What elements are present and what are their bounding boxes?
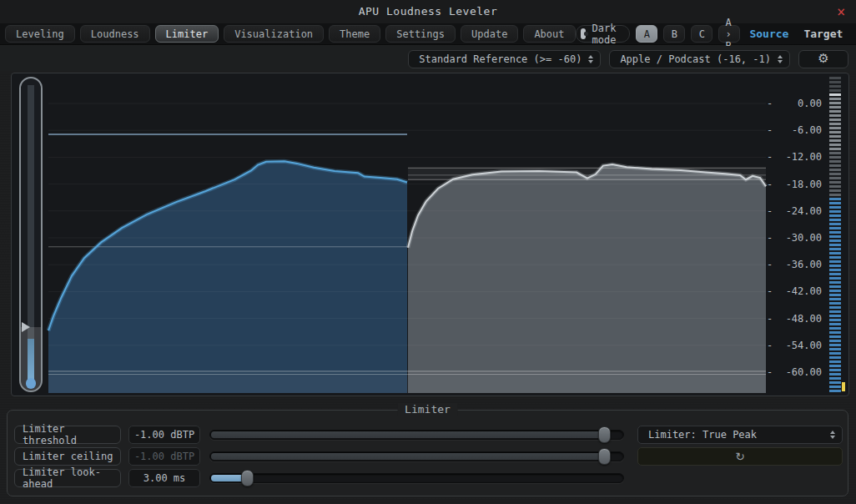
- db-scale-tick: --12.00: [767, 150, 822, 164]
- dark-mode-toggle[interactable]: Dark mode: [576, 25, 631, 43]
- db-scale-tick: -0.00: [767, 97, 822, 110]
- ab-slot-a-button[interactable]: A: [636, 25, 657, 43]
- led-segment: [829, 139, 841, 142]
- led-segment: [829, 356, 841, 359]
- slider-thumb[interactable]: [598, 448, 611, 465]
- ab-slot-c-button[interactable]: C: [691, 25, 712, 43]
- target-preset-select[interactable]: Apple / Podcast (-16, -1): [609, 50, 790, 68]
- led-segment: [829, 93, 841, 96]
- led-segment: [829, 169, 841, 171]
- led-segment: [829, 214, 841, 217]
- limiter-ceiling-value: -1.00 dBTP: [128, 447, 200, 466]
- led-meter: [829, 77, 841, 393]
- led-segment: [829, 189, 841, 192]
- limiter-reset-button[interactable]: ↻: [637, 447, 843, 466]
- db-scale-tick: --48.00: [767, 312, 822, 325]
- led-segment: [829, 315, 841, 317]
- limiter-mode-select[interactable]: Limiter: True Peak: [637, 426, 843, 444]
- slider-fill: [211, 453, 605, 460]
- tab-settings[interactable]: Settings: [385, 25, 456, 43]
- limiter-lookahead-slider[interactable]: [209, 469, 624, 487]
- led-segment: [829, 135, 841, 138]
- limiter-lookahead-label[interactable]: Limiter look-ahead: [14, 469, 121, 487]
- toolbar: Standard Reference (>= -60) Apple / Podc…: [0, 46, 856, 72]
- led-segment: [829, 206, 841, 209]
- target-preset-value: Apple / Podcast (-16, -1): [620, 53, 771, 65]
- slider-fill: [211, 431, 605, 438]
- ab-compare-button[interactable]: A › B: [718, 25, 740, 43]
- led-segment: [829, 223, 841, 225]
- led-segment: [829, 127, 841, 129]
- tab-about[interactable]: About: [523, 25, 575, 43]
- slider-thumb[interactable]: [241, 470, 254, 486]
- led-segment: [829, 373, 841, 375]
- dropdown-arrows-icon: [778, 55, 783, 63]
- led-segment: [829, 277, 841, 280]
- led-segment: [829, 260, 841, 263]
- limiter-threshold-value[interactable]: -1.00 dBTP: [128, 426, 200, 444]
- view-source-button[interactable]: Source: [746, 28, 792, 40]
- tab-theme[interactable]: Theme: [329, 25, 380, 43]
- led-segment: [829, 185, 841, 188]
- dropdown-arrows-icon: [830, 431, 835, 439]
- led-segment: [829, 77, 841, 79]
- led-segment: [829, 173, 841, 175]
- led-segment: [829, 269, 841, 271]
- led-segment: [829, 231, 841, 234]
- led-segment: [829, 235, 841, 238]
- db-scale-tick: --30.00: [767, 231, 822, 244]
- led-segment: [829, 310, 841, 313]
- led-segment: [829, 290, 841, 292]
- led-segment: [829, 152, 841, 154]
- led-segment: [829, 123, 841, 125]
- tab-leveling[interactable]: Leveling: [5, 25, 75, 43]
- led-segment: [829, 227, 841, 229]
- led-segment: [829, 114, 841, 117]
- led-segment: [829, 198, 841, 200]
- close-icon[interactable]: ×: [833, 3, 849, 20]
- limiter-ceiling-label[interactable]: Limiter ceiling: [14, 447, 121, 466]
- db-scale-tick: --36.00: [767, 258, 822, 271]
- led-segment: [829, 319, 841, 321]
- led-segment: [829, 131, 841, 134]
- limiter-mode-value: Limiter: True Peak: [648, 429, 757, 441]
- view-target-button[interactable]: Target: [800, 28, 846, 40]
- settings-button[interactable]: ⚙: [798, 50, 848, 68]
- tab-visualization[interactable]: Visualization: [224, 25, 324, 43]
- led-segment: [829, 331, 841, 334]
- led-segment: [829, 148, 841, 150]
- db-scale-tick: --60.00: [767, 365, 822, 379]
- limiter-threshold-slider[interactable]: [209, 426, 624, 444]
- tab-limiter[interactable]: Limiter: [155, 25, 219, 43]
- reference-select-value: Standard Reference (>= -60): [419, 53, 582, 65]
- led-segment: [829, 344, 841, 346]
- led-segment: [829, 164, 841, 167]
- led-segment: [829, 285, 841, 288]
- tab-update[interactable]: Update: [461, 25, 518, 43]
- led-segment: [829, 102, 841, 104]
- db-scale-tick: --24.00: [767, 204, 822, 218]
- limiter-ceiling-slider[interactable]: [209, 447, 624, 466]
- led-segment: [829, 298, 841, 300]
- led-segment: [829, 239, 841, 242]
- limiter-threshold-label[interactable]: Limiter threshold: [14, 426, 121, 444]
- led-segment: [829, 118, 841, 121]
- limiter-lookahead-value[interactable]: 3.00 ms: [128, 469, 200, 487]
- db-scale-tick: --18.00: [767, 178, 822, 191]
- led-segment: [829, 369, 841, 371]
- db-scale-tick: --54.00: [767, 339, 822, 352]
- led-segment: [829, 98, 841, 100]
- led-segment: [829, 273, 841, 275]
- tab-bar-right: Dark mode ABC A › B SourceTargetOutput: [576, 25, 856, 43]
- slider-thumb[interactable]: [598, 426, 611, 443]
- led-segment: [829, 323, 841, 325]
- led-segment: [829, 248, 841, 250]
- input-level-meter: [19, 77, 43, 392]
- tab-loudness[interactable]: Loudness: [80, 25, 150, 43]
- reference-select[interactable]: Standard Reference (>= -60): [408, 50, 601, 68]
- tab-bar: LevelingLoudnessLimiterVisualizationThem…: [0, 23, 856, 45]
- led-segment: [829, 381, 841, 384]
- ab-slot-b-button[interactable]: B: [663, 25, 685, 43]
- refresh-icon: ↻: [735, 451, 745, 462]
- led-segment: [829, 294, 841, 296]
